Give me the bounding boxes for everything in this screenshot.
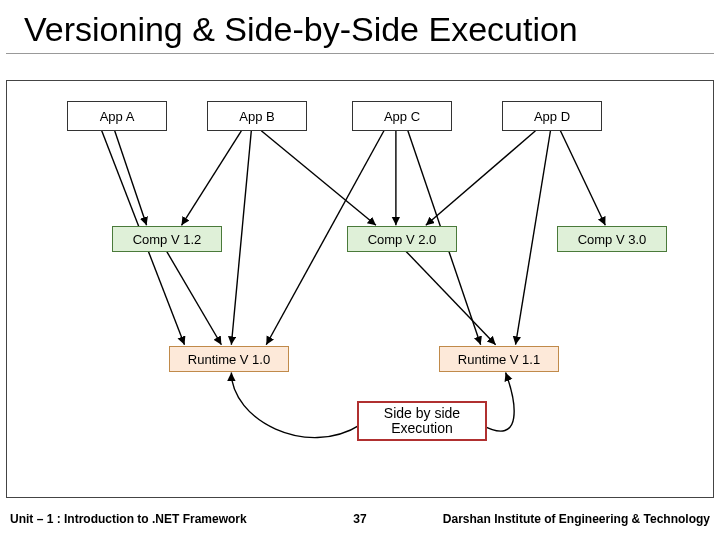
footer-right: Darshan Institute of Engineering & Techn… bbox=[443, 512, 710, 526]
diagram-canvas: App A App B App C App D Comp V 1.2 Comp … bbox=[6, 80, 714, 498]
svg-line-4 bbox=[231, 131, 251, 345]
svg-line-9 bbox=[560, 131, 605, 226]
svg-line-2 bbox=[182, 131, 242, 226]
svg-line-8 bbox=[426, 131, 536, 226]
footer-left: Unit – 1 : Introduction to .NET Framewor… bbox=[10, 512, 247, 526]
svg-line-3 bbox=[261, 131, 376, 226]
callout-side-by-side: Side by side Execution bbox=[357, 401, 487, 441]
node-app-b: App B bbox=[207, 101, 307, 131]
node-app-a: App A bbox=[67, 101, 167, 131]
slide-title: Versioning & Side-by-Side Execution bbox=[6, 0, 714, 54]
svg-line-12 bbox=[406, 251, 496, 345]
node-comp-v20: Comp V 2.0 bbox=[347, 226, 457, 252]
svg-line-10 bbox=[516, 131, 551, 345]
node-app-d: App D bbox=[502, 101, 602, 131]
slide-footer: Unit – 1 : Introduction to .NET Framewor… bbox=[0, 498, 720, 540]
svg-line-11 bbox=[167, 251, 222, 345]
node-app-c: App C bbox=[352, 101, 452, 131]
svg-line-0 bbox=[115, 131, 147, 226]
node-runtime-10: Runtime V 1.0 bbox=[169, 346, 289, 372]
slide-number: 37 bbox=[353, 512, 366, 526]
node-runtime-11: Runtime V 1.1 bbox=[439, 346, 559, 372]
node-comp-v12: Comp V 1.2 bbox=[112, 226, 222, 252]
node-comp-v30: Comp V 3.0 bbox=[557, 226, 667, 252]
